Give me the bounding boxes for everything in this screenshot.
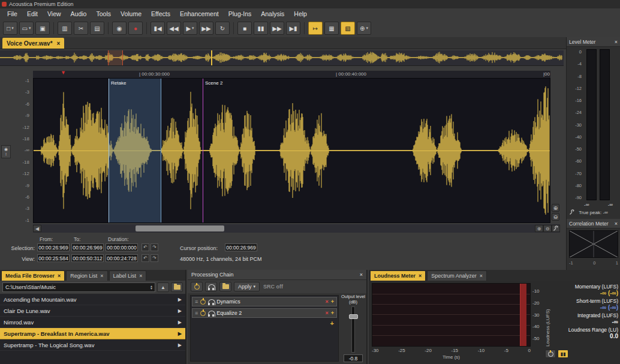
browser-tab[interactable]: Label List × [109, 270, 147, 281]
selection-redo-button[interactable]: ↷ [151, 243, 158, 251]
channel-select-widget[interactable]: ◉ ↕ [1, 145, 11, 158]
menu-item[interactable]: Effects [146, 9, 175, 19]
loudness-pause-button[interactable]: ▮▮ [558, 350, 568, 358]
close-icon[interactable]: × [58, 273, 61, 279]
rewind-button[interactable]: ◀◀ [167, 22, 181, 35]
output-level-value[interactable]: -0.8 [344, 354, 363, 362]
view-to-field[interactable]: 00:00:50:312 [71, 254, 104, 262]
play-file-icon[interactable]: ▶ [178, 331, 182, 336]
analysis-tab[interactable]: Loudness Meter × [370, 270, 426, 281]
save-button[interactable]: ▣ [35, 22, 50, 35]
file-row[interactable]: Clair De Lune.wav ▶ [0, 305, 185, 317]
zoom-out-button[interactable]: ⊖ [543, 225, 552, 232]
chain-monitor-button[interactable] [205, 282, 217, 291]
menu-item[interactable]: Help [289, 9, 312, 19]
selection-region[interactable] [109, 79, 161, 222]
open-file-button[interactable]: ▭▾ [19, 22, 34, 35]
menu-item[interactable]: Volume [116, 9, 146, 19]
scrollbar-track[interactable] [41, 225, 535, 232]
menu-item[interactable]: File [2, 9, 22, 19]
file-row[interactable]: Supertramp - The Logical Song.wav ▶ [0, 339, 185, 351]
menu-item[interactable]: Analysis [256, 9, 289, 19]
chain-load-button[interactable] [219, 282, 231, 291]
power-icon[interactable] [200, 299, 206, 305]
pause-button[interactable]: ▮▮ [254, 22, 268, 35]
cut-button[interactable]: ✂ [74, 22, 88, 35]
time-ruler[interactable]: | 00:00:30:000 | 00:00:40:000 |00 [33, 71, 550, 78]
selection-undo-button[interactable]: ↶ [142, 243, 149, 251]
scrollbar-thumb[interactable] [136, 225, 224, 231]
zoom-in-vertical-button[interactable]: ⊕ [552, 204, 559, 212]
view-undo-button[interactable]: ↶ [142, 254, 149, 262]
play-selection-button[interactable]: ▶▶ [270, 22, 284, 35]
go-to-end-button[interactable]: ▶▮ [286, 22, 300, 35]
cursor-marker-icon[interactable]: ▼ [61, 70, 66, 76]
play-file-icon[interactable]: ▶ [178, 297, 182, 302]
selection-to-field[interactable]: 00:00:26:969 [71, 243, 104, 251]
play-button[interactable]: ▶▾ [183, 22, 197, 35]
close-icon[interactable]: × [139, 273, 142, 279]
zoom-in-button[interactable]: ⊕ [535, 225, 543, 232]
go-to-start-button[interactable]: ▮◀ [151, 22, 165, 35]
play-file-icon[interactable]: ▶ [178, 320, 182, 325]
play-file-icon[interactable]: ▶ [178, 308, 182, 314]
apply-button[interactable]: Apply ▾ [234, 282, 260, 291]
loop-button[interactable]: ↻ [215, 22, 230, 35]
power-icon[interactable] [200, 311, 206, 316]
tab-voice-over[interactable]: Voice Over.wav* × [2, 38, 64, 49]
file-row[interactable]: Nimrod.wav ▶ [0, 317, 185, 328]
browser-tab[interactable]: Region List × [66, 270, 107, 281]
selection-from-field[interactable]: 00:00:26:969 [37, 243, 70, 251]
view-from-field[interactable]: 00:00:25:584 [37, 254, 70, 262]
input-monitor-button[interactable]: ◉ [112, 22, 127, 35]
selection-tool-button[interactable]: ▧ [341, 22, 355, 35]
close-icon[interactable]: × [360, 272, 363, 278]
file-row[interactable]: Ascending the Mountain.wav ▶ [0, 294, 185, 305]
paste-button[interactable]: ▤ [90, 22, 104, 35]
close-icon[interactable]: × [615, 39, 618, 45]
menu-item[interactable]: Enhancement [175, 9, 224, 19]
close-icon[interactable]: × [615, 221, 618, 227]
zoom-settings-button[interactable] [552, 225, 560, 232]
output-level-slider[interactable] [351, 306, 355, 353]
menu-item[interactable]: Tools [91, 9, 116, 19]
scroll-left-button[interactable]: ◀ [33, 225, 41, 232]
browser-tab[interactable]: Media File Browser × [1, 270, 65, 281]
menu-item[interactable]: Plug-Ins [224, 9, 257, 19]
close-icon[interactable]: × [480, 273, 483, 279]
drag-handle-icon[interactable]: ≡ [195, 299, 198, 305]
slider-thumb[interactable] [349, 314, 358, 319]
browse-folder-button[interactable] [171, 282, 183, 292]
close-icon[interactable]: × [419, 273, 422, 279]
fast-forward-button[interactable]: ▶▶ [199, 22, 213, 35]
add-effect-button[interactable]: + [190, 320, 339, 327]
autoscroll-button[interactable]: ↦ [308, 22, 323, 35]
loudness-reset-button[interactable] [545, 350, 556, 358]
remove-effect-icon[interactable]: × [325, 310, 328, 316]
new-file-button[interactable]: □▾ [3, 22, 17, 35]
chain-power-button[interactable] [191, 282, 203, 291]
drag-handle-icon[interactable]: ≡ [195, 310, 198, 316]
copy-button[interactable]: ▥ [58, 22, 72, 35]
remove-effect-icon[interactable]: × [325, 299, 328, 305]
menu-item[interactable]: View [43, 9, 66, 19]
record-button[interactable]: ● [128, 22, 143, 35]
selection-duration-field[interactable]: 00:00:00:000 [106, 243, 138, 251]
chain-item[interactable]: ≡ Dynamics × + [192, 297, 337, 306]
zoom-out-vertical-button[interactable]: ⊖ [552, 213, 559, 221]
headphones-icon[interactable] [208, 299, 214, 305]
file-row[interactable]: Supertramp - Breakfast In America.wav ▶ [0, 328, 185, 339]
zoom-button[interactable]: ⊕▾ [357, 22, 371, 35]
chain-item[interactable]: ≡ Equalize 2 × + [192, 308, 337, 318]
add-effect-icon[interactable]: + [331, 299, 334, 305]
menu-item[interactable]: Audio [66, 9, 92, 19]
close-icon[interactable]: × [100, 273, 103, 279]
close-icon[interactable]: × [57, 40, 61, 47]
stop-button[interactable]: ■ [237, 22, 252, 35]
headphones-icon[interactable] [208, 311, 214, 316]
view-redo-button[interactable]: ↷ [151, 254, 158, 262]
add-effect-icon[interactable]: + [331, 310, 334, 316]
spinner-icon[interactable]: ▴ ▾ [151, 285, 152, 290]
menu-item[interactable]: Edit [22, 9, 43, 19]
overview-waveform[interactable] [0, 50, 564, 66]
